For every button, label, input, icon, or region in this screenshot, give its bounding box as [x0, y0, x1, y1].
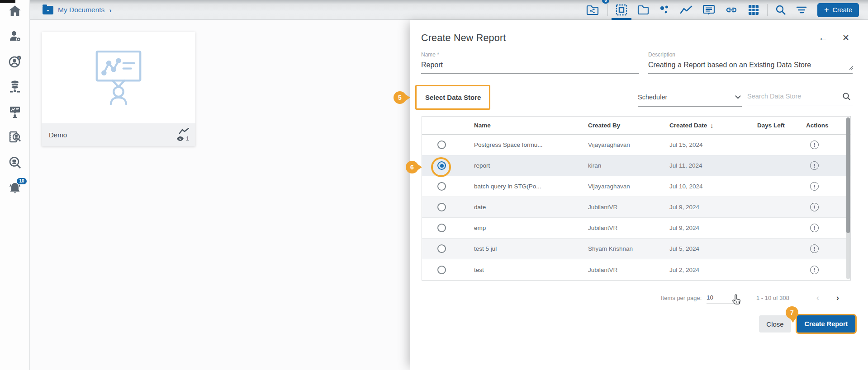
reports-icon[interactable] [8, 105, 22, 119]
create-report-button[interactable]: Create Report [797, 315, 855, 333]
sort-descending-icon[interactable]: ↓ [710, 122, 713, 129]
view-count-value: 1 [186, 135, 189, 142]
row-alert-icon[interactable]: ! [810, 203, 819, 211]
shared-folder-icon[interactable]: 0 [581, 0, 605, 20]
row-name: emp [463, 225, 578, 231]
column-name[interactable]: Name [463, 122, 578, 129]
radio-unselected[interactable] [437, 266, 446, 274]
panel-title: Create New Report [421, 33, 506, 44]
name-label: Name * [421, 52, 639, 58]
table-row[interactable]: dateJubilantVRJul 9, 2024! [422, 197, 850, 218]
table-scrollbar[interactable] [846, 117, 850, 279]
presentation-icon[interactable] [697, 0, 720, 20]
step-badge-7: 7 [786, 306, 798, 319]
cursor-pointer-icon [730, 294, 742, 306]
back-icon[interactable]: ← [816, 31, 830, 44]
row-created-by: kiran [578, 162, 659, 169]
row-name: report [463, 162, 578, 169]
radio-unselected[interactable] [437, 182, 446, 191]
column-created-date[interactable]: Created Date ↓ [659, 122, 747, 129]
svg-text:i: i [18, 56, 19, 60]
line-chart-icon[interactable] [675, 0, 697, 20]
data-catalog-icon[interactable] [8, 130, 22, 145]
table-row[interactable]: reportkiranJul 11, 2024! [422, 155, 850, 176]
page-range: 1 - 10 of 308 [756, 295, 789, 301]
link-icon[interactable] [720, 0, 743, 20]
previous-page-icon[interactable]: ‹ [812, 292, 824, 304]
radio-unselected[interactable] [437, 224, 446, 232]
close-button[interactable]: Close [759, 315, 791, 333]
row-created-date: Jul 9, 2024 [659, 225, 747, 231]
row-created-by: JubilantVR [578, 225, 659, 231]
dashboard-canvas-icon[interactable] [611, 0, 632, 20]
description-label: Description [648, 52, 853, 58]
table-row[interactable]: empJubilantVRJul 9, 2024! [422, 218, 850, 239]
select-data-store-section: Select Data Store [415, 85, 490, 110]
create-new-report-panel: Create New Report ← ✕ Name * Description… [410, 20, 868, 370]
search-icon[interactable] [842, 92, 851, 101]
column-actions: Actions [797, 122, 850, 129]
data-sources-icon[interactable] [8, 80, 22, 94]
scrollbar-thumb[interactable] [846, 117, 850, 233]
sort-filter-icon[interactable] [791, 0, 812, 20]
column-days-left[interactable]: Days Left [747, 122, 797, 129]
account-info-icon[interactable]: i [8, 54, 22, 69]
row-created-date: Jul 15, 2024 [659, 141, 747, 148]
column-created-by[interactable]: Created By [578, 122, 659, 129]
step-6-highlight-ring [431, 157, 451, 177]
radio-unselected[interactable] [437, 203, 446, 211]
row-alert-icon[interactable]: ! [810, 224, 819, 232]
scatter-plot-icon[interactable] [654, 0, 675, 20]
breadcrumb[interactable]: ⌄ My Documents › [43, 0, 111, 20]
toolbar-divider [767, 4, 768, 16]
scheduler-dropdown[interactable]: Scheduler [638, 94, 742, 107]
row-alert-icon[interactable]: ! [810, 182, 819, 191]
view-count: 1 [176, 135, 189, 142]
breadcrumb-label[interactable]: My Documents [58, 6, 104, 14]
row-alert-icon[interactable]: ! [810, 161, 819, 170]
notifications-icon[interactable]: 10 [8, 181, 22, 195]
chevron-down-icon [735, 93, 741, 99]
toolbar: 0 [581, 0, 859, 20]
row-created-date: Jul 5, 2024 [659, 245, 747, 252]
radio-unselected[interactable] [437, 141, 446, 149]
close-icon[interactable]: ✕ [839, 31, 853, 44]
user-settings-icon[interactable] [8, 29, 22, 43]
row-created-by: Vijayaraghavan [578, 141, 659, 148]
row-created-date: Jul 2, 2024 [659, 267, 747, 273]
search-icon[interactable] [770, 0, 791, 20]
description-field: Description [648, 52, 853, 74]
row-created-date: Jul 11, 2024 [659, 162, 747, 169]
top-bar: ⌄ My Documents › 0 [30, 0, 868, 20]
table-grid-icon[interactable] [743, 0, 764, 20]
create-button[interactable]: + Create [817, 3, 859, 17]
step-badge-5: 5 [394, 91, 406, 104]
name-input[interactable] [421, 61, 639, 74]
search-data-store [747, 92, 853, 106]
table-row[interactable]: testJubilantVRJul 2, 2024! [422, 259, 850, 280]
document-card-demo[interactable]: Demo 1 [42, 32, 195, 146]
table-row[interactable]: batch query in STG(Po...VijayaraghavanJu… [422, 176, 850, 197]
search-data-icon[interactable] [8, 155, 22, 170]
folder-icon[interactable] [632, 0, 654, 20]
row-alert-icon[interactable]: ! [810, 266, 819, 274]
window-corner-artifact [0, 0, 15, 3]
row-alert-icon[interactable]: ! [810, 141, 819, 149]
home-icon[interactable] [8, 4, 22, 18]
table-row[interactable]: Postgress Space formu...VijayaraghavanJu… [422, 135, 850, 155]
description-input[interactable] [648, 61, 853, 74]
row-alert-icon[interactable]: ! [810, 244, 819, 253]
resize-handle-icon[interactable] [849, 66, 854, 70]
items-per-page-label: Items per page: [661, 295, 702, 301]
toolbar-divider [607, 4, 608, 16]
radio-unselected[interactable] [437, 244, 446, 253]
step-badge-6: 6 [406, 161, 418, 173]
row-created-by: Shyam Krishnan [578, 245, 659, 252]
table-row[interactable]: test 5 julShyam KrishnanJul 5, 2024! [422, 239, 850, 259]
report-preview-icon [42, 32, 195, 123]
plus-icon: + [824, 6, 829, 14]
next-page-icon[interactable]: › [832, 292, 844, 304]
search-data-store-input[interactable] [747, 93, 836, 106]
row-created-date: Jul 9, 2024 [659, 204, 747, 211]
row-name: test [463, 267, 578, 273]
